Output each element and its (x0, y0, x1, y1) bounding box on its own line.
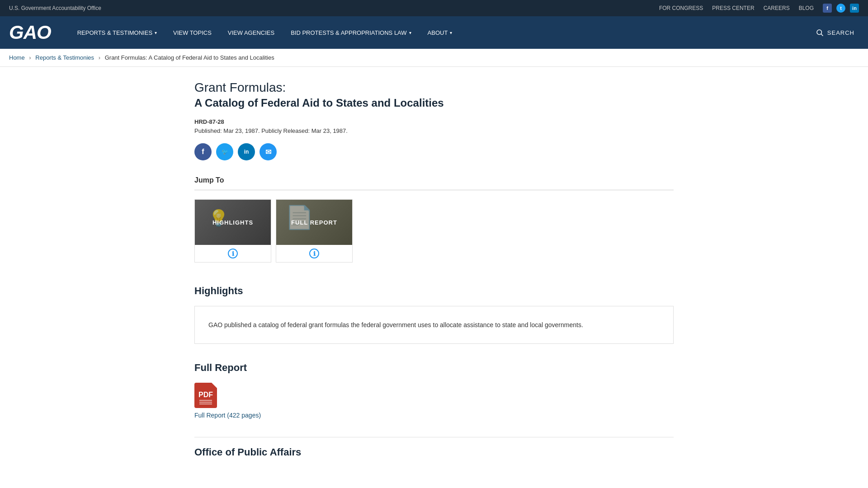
doc-icon: 📄 (285, 204, 313, 230)
full-report-card-label: FULL REPORT (291, 219, 337, 226)
nav-about[interactable]: ABOUT ▾ (420, 16, 461, 49)
cards-row: 💡 HIGHLIGHTS ℹ 📄 FULL REPORT ℹ (194, 199, 674, 263)
highlights-card-label: HIGHLIGHTS (212, 219, 253, 226)
highlights-card-footer: ℹ (195, 245, 271, 262)
pdf-line-1 (199, 400, 212, 401)
full-report-section: Full Report PDF Full Report (422 pages) (194, 362, 674, 419)
highlights-info-icon[interactable]: ℹ (228, 249, 238, 258)
page-title-line2: A Catalog of Federal Aid to States and L… (194, 97, 674, 109)
full-report-section-title: Full Report (194, 362, 674, 374)
office-section-title: Office of Public Affairs (194, 446, 674, 458)
breadcrumb-sep-1: › (29, 54, 31, 61)
reports-dropdown-caret: ▾ (155, 30, 157, 35)
svg-line-1 (821, 34, 823, 36)
search-label: SEARCH (827, 29, 854, 36)
share-twitter-button[interactable]: 🐦 (216, 143, 233, 160)
pdf-line-2 (199, 402, 212, 403)
svg-point-0 (817, 30, 822, 35)
gao-logo[interactable]: GAO (9, 22, 51, 43)
top-bar-links: FOR CONGRESS PRESS CENTER CAREERS BLOG f… (659, 4, 859, 13)
share-linkedin-button[interactable]: in (238, 143, 255, 160)
full-report-link[interactable]: Full Report (422 pages) (194, 412, 261, 419)
pdf-icon-container[interactable]: PDF (194, 383, 674, 408)
careers-link[interactable]: CAREERS (764, 5, 790, 11)
published-date: Published: Mar 23, 1987. Publicly Releas… (194, 127, 674, 134)
main-content: Grant Formulas: A Catalog of Federal Aid… (185, 67, 683, 488)
breadcrumb-current: Grant Formulas: A Catalog of Federal Aid… (105, 54, 274, 61)
full-report-card-image: 📄 FULL REPORT (276, 200, 352, 245)
pdf-line-3 (199, 404, 212, 404)
highlights-text: GAO published a catalog of federal grant… (208, 320, 660, 330)
pdf-icon: PDF (194, 383, 217, 408)
breadcrumb-home[interactable]: Home (9, 54, 25, 61)
full-report-card-footer: ℹ (276, 245, 352, 262)
twitter-topbar-icon[interactable]: t (836, 4, 845, 13)
main-nav: GAO REPORTS & TESTIMONIES ▾ VIEW TOPICS … (0, 16, 868, 49)
highlights-section-title: Highlights (194, 285, 674, 297)
facebook-topbar-icon[interactable]: f (823, 4, 832, 13)
highlights-card-image: 💡 HIGHLIGHTS (195, 200, 271, 245)
highlights-card[interactable]: 💡 HIGHLIGHTS ℹ (194, 199, 271, 263)
highlights-content-box: GAO published a catalog of federal grant… (194, 306, 674, 344)
pdf-lines (199, 400, 212, 404)
bid-protests-dropdown-caret: ▾ (409, 30, 411, 35)
nav-view-agencies[interactable]: VIEW AGENCIES (220, 16, 283, 49)
page-title-line1: Grant Formulas: (194, 80, 674, 95)
nav-bid-protests[interactable]: BID PROTESTS & APPROPRIATIONS LAW ▾ (283, 16, 419, 49)
press-center-link[interactable]: PRESS CENTER (712, 5, 754, 11)
highlights-section: Highlights GAO published a catalog of fe… (194, 285, 674, 344)
office-section: Office of Public Affairs (194, 437, 674, 458)
share-facebook-button[interactable]: f (194, 143, 212, 160)
search-area[interactable]: SEARCH (811, 28, 859, 37)
share-email-button[interactable]: ✉ (259, 143, 277, 160)
pdf-label-text: PDF (198, 391, 213, 399)
nav-links: REPORTS & TESTIMONIES ▾ VIEW TOPICS VIEW… (69, 16, 811, 49)
about-dropdown-caret: ▾ (450, 30, 452, 35)
logo-area[interactable]: GAO (9, 22, 51, 43)
breadcrumb: Home › Reports & Testimonies › Grant For… (0, 49, 868, 67)
linkedin-topbar-icon[interactable]: in (850, 4, 859, 13)
for-congress-link[interactable]: FOR CONGRESS (659, 5, 703, 11)
report-id: HRD-87-28 (194, 118, 674, 125)
jump-divider (194, 190, 674, 190)
search-icon (816, 28, 824, 37)
blog-link[interactable]: BLOG (799, 5, 814, 11)
share-buttons: f 🐦 in ✉ (194, 143, 674, 160)
full-report-info-icon[interactable]: ℹ (309, 249, 319, 258)
jump-to-label: Jump To (194, 176, 674, 184)
agency-name: U.S. Government Accountability Office (9, 5, 101, 11)
nav-view-topics[interactable]: VIEW TOPICS (165, 16, 220, 49)
social-icons: f t in (823, 4, 859, 13)
office-divider (194, 437, 674, 437)
full-report-card[interactable]: 📄 FULL REPORT ℹ (276, 199, 353, 263)
breadcrumb-reports[interactable]: Reports & Testimonies (35, 54, 94, 61)
nav-reports-testimonies[interactable]: REPORTS & TESTIMONIES ▾ (69, 16, 165, 49)
breadcrumb-sep-2: › (99, 54, 100, 61)
top-bar: U.S. Government Accountability Office FO… (0, 0, 868, 16)
